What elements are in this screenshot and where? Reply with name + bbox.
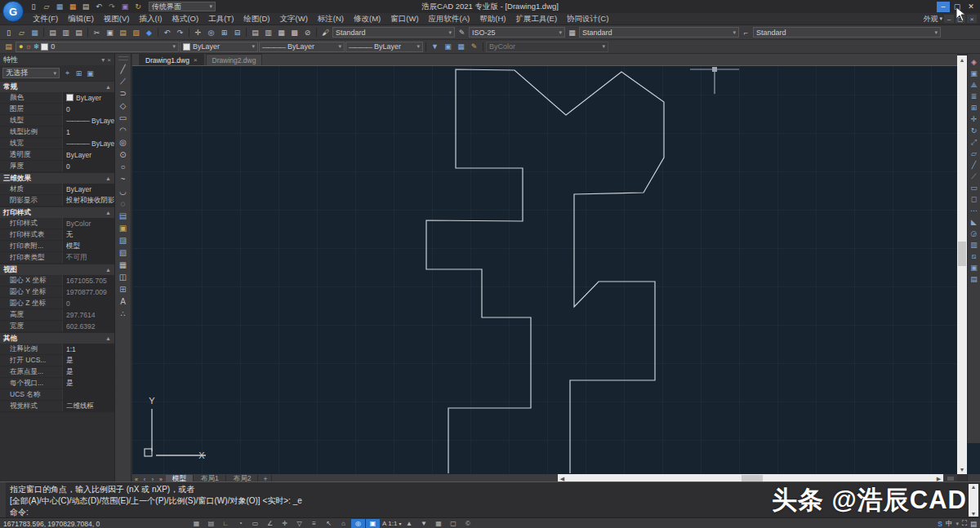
- modify-tool-pedit-icon[interactable]: ⧅: [968, 251, 980, 262]
- modify-tool-break-at-point-icon[interactable]: ◻: [968, 193, 980, 205]
- draw-tool-revision-cloud-icon[interactable]: ◌: [117, 197, 130, 210]
- toolbar-icon-4[interactable]: ▥: [60, 27, 72, 38]
- status-toggle-transparency[interactable]: ↖: [322, 519, 336, 528]
- toolbar-icon-15[interactable]: ⊞: [218, 27, 230, 38]
- close-icon[interactable]: ×: [107, 56, 111, 64]
- quick-select-icon[interactable]: ⊞: [74, 69, 84, 78]
- chevron-down-icon[interactable]: ▾: [399, 521, 401, 526]
- draw-tool-polyline-icon[interactable]: ⊃: [117, 87, 130, 100]
- toolbar-icon-16[interactable]: ⊟: [231, 27, 243, 38]
- status-toggle-osnap[interactable]: ▭: [248, 519, 262, 528]
- property-value[interactable]: [62, 389, 114, 400]
- modify-tool-fillet-icon[interactable]: ◶: [968, 228, 980, 239]
- mdi-minimize-button[interactable]: –: [944, 15, 954, 23]
- status-toggle-snap[interactable]: ▤: [204, 519, 218, 528]
- menu-item-2[interactable]: 视图(V): [99, 14, 135, 24]
- draw-tool-point-icon[interactable]: ∴: [117, 308, 130, 320]
- modify-tool-stretch-icon[interactable]: ▱: [968, 148, 980, 159]
- layer-manager-icon[interactable]: ▤: [2, 42, 15, 52]
- dim-style-icon[interactable]: ✎: [456, 27, 468, 38]
- appearance-label[interactable]: 外观: [923, 14, 938, 24]
- property-value[interactable]: 1:1: [62, 344, 114, 354]
- collapse-icon[interactable]: ▲: [105, 210, 111, 215]
- toolbar-icon-1[interactable]: ▱: [16, 27, 28, 38]
- app-menu-icon[interactable]: ▤: [970, 520, 977, 528]
- toolbar-icon-13[interactable]: ✛: [192, 27, 204, 38]
- draw-tool-text-icon[interactable]: A: [117, 295, 130, 308]
- draw-tool-circle-icon[interactable]: ◎: [117, 136, 130, 149]
- modify-tool-scale-icon[interactable]: ⤢: [968, 136, 980, 148]
- modify-tool-trim-icon[interactable]: ⟋: [968, 171, 980, 182]
- property-value[interactable]: 1: [62, 126, 114, 137]
- property-value[interactable]: ————ByLayer: [62, 115, 114, 126]
- status-toggle-ortho[interactable]: ∟: [219, 519, 233, 528]
- select-objects-icon[interactable]: ⌖: [62, 69, 73, 78]
- menu-item-14[interactable]: 协同设计(C): [562, 14, 613, 24]
- draw-tool-line-icon[interactable]: ╱: [117, 63, 130, 75]
- property-value[interactable]: 投射和接收阴影: [62, 195, 114, 206]
- menu-item-0[interactable]: 文件(F): [28, 14, 63, 24]
- vertical-scroll-thumb[interactable]: [958, 242, 966, 266]
- linetype-select[interactable]: ———— ByLayer ▾: [259, 42, 345, 52]
- property-value[interactable]: 是: [62, 366, 114, 377]
- print-icon[interactable]: ▤: [80, 2, 91, 11]
- status-toggle-3d-osnap[interactable]: ▣: [366, 519, 380, 528]
- selection-select[interactable]: 无选择 ▾: [2, 68, 60, 78]
- status-toggle-polar[interactable]: ◔: [234, 519, 247, 528]
- vertical-scrollbar[interactable]: ▲ ▼: [957, 55, 967, 474]
- cloud-sync-icon[interactable]: S: [938, 520, 942, 528]
- property-value[interactable]: ByColor: [62, 218, 114, 229]
- chevron-down-icon[interactable]: ▾: [939, 16, 942, 22]
- draw-tool-boundary-icon[interactable]: ▦: [117, 259, 130, 271]
- close-tab-icon[interactable]: ×: [194, 56, 198, 64]
- draw-tool-ellipse-arc-icon[interactable]: ◡: [117, 185, 130, 197]
- text-style-select[interactable]: Standard▾: [332, 27, 455, 38]
- mleader-style-select[interactable]: Standard▾: [753, 27, 941, 38]
- property-value[interactable]: 0: [62, 161, 114, 171]
- scroll-up-icon[interactable]: ▲: [957, 55, 967, 64]
- dim-style-select[interactable]: ISO-25▾: [469, 27, 565, 38]
- property-value[interactable]: 602.6392: [62, 321, 114, 331]
- menu-item-11[interactable]: 应用软件(A): [424, 14, 475, 24]
- property-value[interactable]: 1970877.009: [62, 286, 114, 297]
- status-workspace-switch-icon[interactable]: ▦: [431, 519, 445, 528]
- draw-tool-block-icon[interactable]: ▤: [117, 210, 130, 222]
- property-value[interactable]: 是: [62, 355, 114, 366]
- status-toggle-dyn-ucs[interactable]: ✛: [278, 519, 292, 528]
- modify-tool-explode-icon[interactable]: ▥: [968, 239, 980, 251]
- lineweight-select[interactable]: ———— ByLayer ▾: [345, 42, 423, 52]
- open-file-icon[interactable]: ▱: [41, 2, 52, 11]
- toolbar-icon-12[interactable]: ↷: [174, 27, 186, 38]
- modify-tool-mirror-icon[interactable]: ⟁: [968, 79, 980, 91]
- menu-item-8[interactable]: 标注(N): [313, 14, 349, 24]
- modify-tool-group-icon[interactable]: ▣: [968, 262, 980, 273]
- properties-tool-icon-1[interactable]: ▣: [442, 42, 454, 52]
- status-toggle-lineweight-toggle[interactable]: ≡: [307, 519, 321, 528]
- property-value[interactable]: 0: [62, 104, 114, 114]
- annotation-scale-value[interactable]: 1:1: [388, 520, 397, 527]
- table-style-icon[interactable]: ▦: [566, 27, 578, 38]
- draw-tool-region-icon[interactable]: ◫: [117, 271, 130, 283]
- property-value[interactable]: 无: [62, 229, 114, 240]
- new-file-icon[interactable]: ▯: [28, 2, 39, 11]
- modify-tool-copy-icon[interactable]: ▣: [968, 68, 980, 79]
- collapse-icon[interactable]: ▲: [105, 335, 111, 341]
- toolbar-icon-14[interactable]: ◎: [205, 27, 217, 38]
- toolbar-icon-8[interactable]: ▤: [117, 27, 129, 38]
- section-header-3[interactable]: 视图▲: [0, 264, 114, 275]
- properties-tool-icon-3[interactable]: ✎: [468, 42, 480, 52]
- toolbar-icon-0[interactable]: ▯: [2, 27, 15, 38]
- property-value[interactable]: ByLayer: [62, 184, 114, 194]
- property-value[interactable]: 是: [62, 378, 114, 388]
- menu-item-12[interactable]: 帮助(H): [474, 14, 510, 24]
- toolbar-icon-21[interactable]: ⊘: [301, 27, 314, 38]
- command-scrollbar[interactable]: ▲ ▼: [969, 484, 978, 517]
- modify-tool-array-icon[interactable]: ⊞: [968, 102, 980, 113]
- status-toggle-selection-cycling[interactable]: ◎: [351, 519, 365, 528]
- app-logo-icon[interactable]: G: [2, 1, 24, 22]
- status-toggle-otrack[interactable]: ∠: [263, 519, 277, 528]
- toolbar-icon-6[interactable]: ✂: [91, 27, 103, 38]
- toolbar-icon-19[interactable]: ▦: [275, 27, 287, 38]
- draw-tool-construction-line-icon[interactable]: ⟋: [117, 75, 130, 87]
- draw-tool-ellipse-icon[interactable]: ○: [117, 161, 130, 173]
